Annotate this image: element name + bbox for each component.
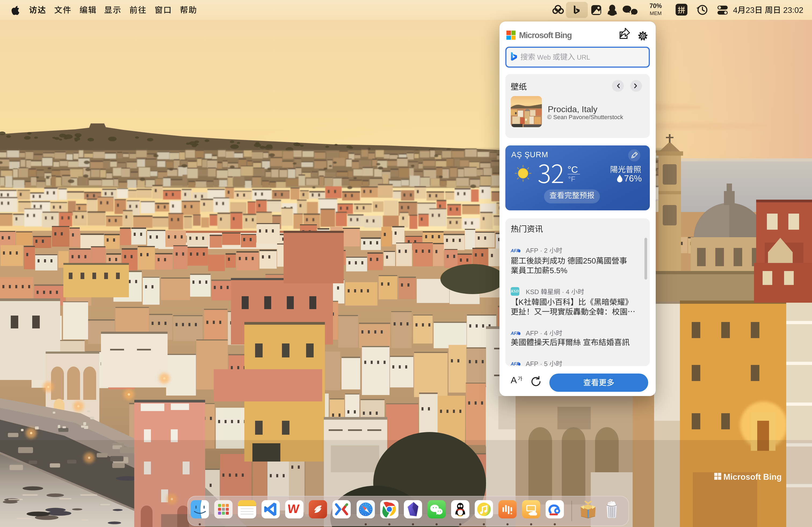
svg-text:Microsoft Bing: Microsoft Bing: [723, 472, 782, 482]
svg-text:W: W: [287, 502, 300, 516]
